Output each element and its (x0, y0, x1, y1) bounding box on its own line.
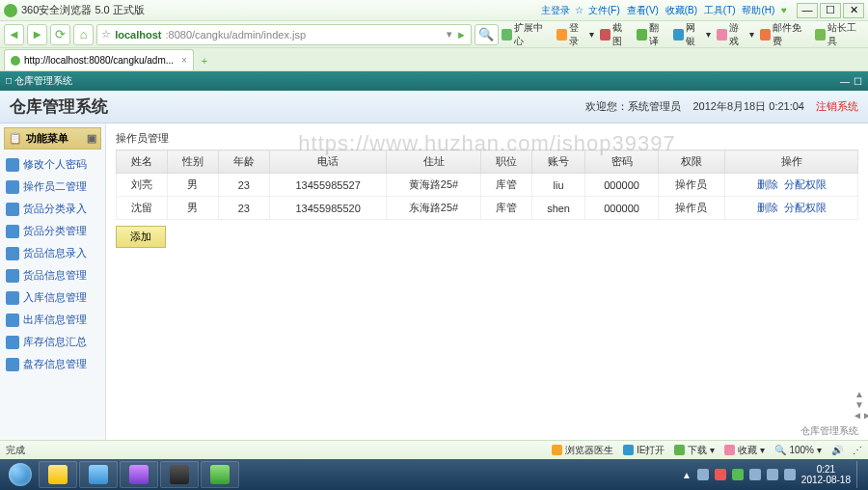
sidebar-item-outbound[interactable]: 出库信息管理 (4, 309, 101, 331)
address-bar[interactable]: ☆ localhost:8080/cangku/admin/index.jsp … (96, 24, 472, 45)
datetime: 2012年8月18日 0:21:04 (692, 99, 804, 114)
reload-button[interactable]: ⟳ (50, 24, 70, 45)
browser-toolbar: ◄ ► ⟳ ⌂ ☆ localhost:8080/cangku/admin/in… (0, 21, 868, 48)
status-doctor[interactable]: 浏览器医生 (552, 444, 613, 457)
task-eclipse[interactable] (120, 461, 158, 488)
tab-label: http://localhost:8080/cangku/adm... (24, 55, 174, 66)
tab-favicon (11, 56, 20, 66)
status-left: 完成 (6, 444, 542, 457)
window-buttons: — ☐ ✕ (797, 3, 864, 18)
sidebar-item-operator[interactable]: 操作员二管理 (4, 176, 101, 198)
col-phone: 电话 (269, 150, 386, 174)
new-tab-button[interactable]: + (196, 53, 213, 70)
menu-login[interactable]: 主登录 (541, 5, 570, 15)
task-ie[interactable] (39, 461, 77, 488)
dropdown-icon[interactable]: ▾ (447, 28, 452, 41)
row-actions: 删除分配权限 (725, 174, 858, 197)
delete-link[interactable]: 删除 (757, 202, 778, 213)
app-header: 仓库管理系统 欢迎您：系统管理员 2012年8月18日 0:21:04 注销系统 (0, 91, 868, 123)
col-acct: 账号 (531, 150, 585, 174)
tray-clock[interactable]: 0:21 2012-08-18 (801, 464, 851, 485)
app-window-bar: □ 仓库管理系统 — ☐ (0, 71, 868, 91)
col-priv: 权限 (658, 150, 725, 174)
tool-shot[interactable]: 截图 (600, 21, 631, 48)
tab-active[interactable]: http://localhost:8080/cangku/adm... × (4, 49, 194, 70)
collapse-icon[interactable]: ▣ (87, 132, 96, 145)
tool-mail[interactable]: 邮件免费 (760, 21, 809, 48)
add-button[interactable]: 添加 (116, 226, 166, 248)
col-sex: 性别 (167, 150, 218, 174)
tray-sound-icon[interactable] (784, 469, 796, 480)
menu-fav[interactable]: 收藏(B) (665, 5, 697, 15)
tray-icon[interactable] (715, 469, 726, 480)
assign-link[interactable]: 分配权限 (784, 202, 827, 213)
sidebar-item-cat-mgmt[interactable]: 货品分类管理 (4, 220, 101, 242)
tab-close-icon[interactable]: × (181, 55, 187, 66)
row-actions: 删除分配权限 (725, 197, 858, 220)
status-ie[interactable]: IE打开 (623, 444, 665, 457)
tool-game[interactable]: 游戏▾ (717, 21, 754, 48)
menu-icon: 📋 (9, 132, 22, 145)
task-browser[interactable] (201, 461, 239, 488)
table-row: 沈留 男 23 13455985520 东海路25# 库管 shen 00000… (117, 197, 858, 220)
menu-tools[interactable]: 工具(T) (704, 5, 736, 15)
menu-help[interactable]: 帮助(H) (742, 5, 774, 15)
logout-link[interactable]: 注销系统 (816, 99, 858, 114)
home-button[interactable]: ⌂ (73, 24, 94, 45)
sidebar-item-cat-add[interactable]: 货品分类录入 (4, 198, 101, 220)
sidebar-item-inbound[interactable]: 入库信息管理 (4, 286, 101, 309)
tool-login[interactable]: 登录▾ (556, 21, 594, 48)
minimize-button[interactable]: — (797, 3, 818, 18)
sidebar-item-goods-add[interactable]: 货品信息录入 (4, 242, 101, 264)
back-button[interactable]: ◄ (4, 24, 24, 45)
tool-webmaster[interactable]: 站长工具 (815, 21, 864, 48)
tray-up-icon[interactable]: ▲ (682, 470, 692, 480)
task-app[interactable] (160, 461, 199, 488)
tool-bank[interactable]: 网银▾ (673, 21, 711, 48)
browser-favicon (4, 4, 17, 17)
close-button[interactable]: ✕ (843, 3, 864, 18)
tray-icon[interactable] (732, 469, 744, 480)
tool-ext[interactable]: 扩展中心 (502, 21, 551, 48)
show-desktop[interactable] (856, 461, 864, 488)
sidebar-item-password[interactable]: 修改个人密码 (4, 153, 101, 176)
task-explorer[interactable] (79, 461, 118, 488)
status-download[interactable]: 下载▾ (674, 444, 715, 457)
scrollbar[interactable]: ▲▼◄► (853, 123, 866, 421)
app-min-icon[interactable]: — (840, 76, 850, 87)
menu-view[interactable]: 查看(V) (627, 5, 659, 15)
assign-link[interactable]: 分配权限 (784, 178, 827, 190)
tray-icon[interactable] (697, 469, 709, 480)
search-button[interactable]: 🔍 (475, 24, 499, 45)
maximize-button[interactable]: ☐ (820, 3, 841, 18)
delete-link[interactable]: 删除 (757, 178, 778, 190)
sidebar-item-inventory[interactable]: 盘存信息管理 (4, 353, 101, 375)
status-resize-icon[interactable]: ⋰ (853, 445, 862, 455)
status-fav[interactable]: 收藏▾ (724, 444, 765, 457)
tray-network-icon[interactable] (767, 469, 778, 480)
app-max-icon[interactable]: ☐ (854, 76, 862, 87)
app-container: □ 仓库管理系统 — ☐ 仓库管理系统 欢迎您：系统管理员 2012年8月18日… (0, 71, 868, 440)
col-pwd: 密码 (585, 150, 658, 174)
table-row: 刘亮 男 23 13455985527 黄海路25# 库管 liu 000000… (117, 174, 858, 197)
main-panel: https://www.huzhan.com/ishop39397 操作员管理 … (106, 123, 868, 440)
status-zoom[interactable]: 🔍 100% ▾ (774, 445, 822, 455)
menu-file[interactable]: 文件(F) (588, 5, 620, 15)
taskbar: ▲ 0:21 2012-08-18 (0, 459, 868, 490)
go-button[interactable]: ► (456, 29, 467, 41)
tray-icon[interactable] (749, 469, 761, 480)
tool-trans[interactable]: 翻译 (637, 21, 667, 48)
security-icon: ☆ (101, 28, 111, 41)
tab-bar: http://localhost:8080/cangku/adm... × + (0, 48, 868, 71)
status-bar: 完成 浏览器医生 IE打开 下载▾ 收藏▾ 🔍 100% ▾ 🔊 ⋰ (0, 440, 868, 459)
url-input[interactable] (310, 29, 443, 41)
tray-time: 0:21 (801, 464, 851, 475)
menu-list: 修改个人密码 操作员二管理 货品分类录入 货品分类管理 货品信息录入 货品信息管… (4, 153, 101, 375)
forward-button[interactable]: ► (27, 24, 47, 45)
start-button[interactable] (4, 461, 37, 488)
sidebar-item-goods-mgmt[interactable]: 货品信息管理 (4, 264, 101, 286)
sidebar-item-stock[interactable]: 库存信息汇总 (4, 331, 101, 353)
status-sound-icon[interactable]: 🔊 (831, 445, 843, 455)
app-body: 📋 功能菜单 ▣ 修改个人密码 操作员二管理 货品分类录入 货品分类管理 货品信… (0, 123, 868, 440)
browser-title: 360安全浏览器 5.0 正式版 (21, 3, 539, 17)
